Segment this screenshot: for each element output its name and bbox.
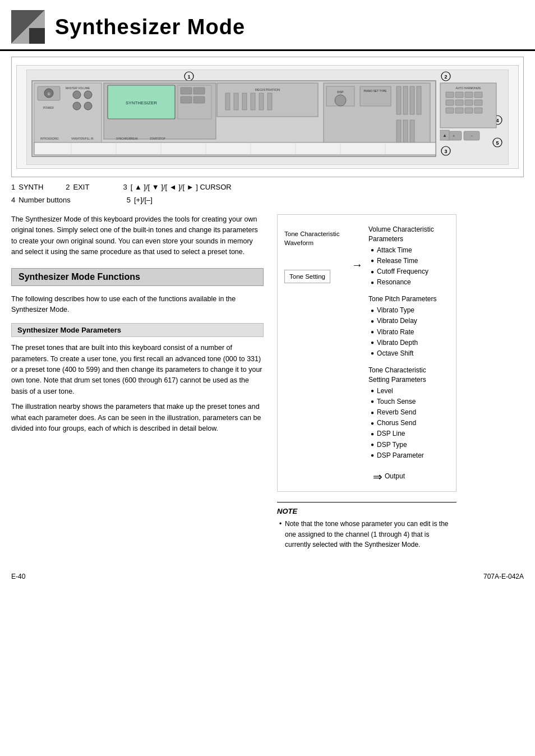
svg-rect-66 — [446, 92, 454, 98]
svg-text:INTRO/ENDING: INTRO/ENDING — [40, 137, 59, 140]
svg-rect-75 — [455, 108, 463, 113]
header-icon — [11, 10, 45, 44]
output-label: Output — [385, 471, 405, 482]
volume-title: Volume CharacteristicParameters — [368, 225, 449, 244]
note-section: NOTE Note that the tone whose parameter … — [277, 502, 456, 550]
section-title: Synthesizer Mode Functions — [11, 268, 264, 286]
intro-paragraph: The Synthesizer Mode of this keyboard pr… — [11, 214, 264, 258]
svg-text:AUTO HARMONIZE: AUTO HARMONIZE — [455, 86, 481, 90]
svg-rect-67 — [455, 92, 463, 98]
svg-point-16 — [73, 91, 81, 99]
svg-text:1: 1 — [187, 74, 190, 80]
svg-rect-44 — [396, 86, 401, 114]
left-column: The Synthesizer Mode of this keyboard pr… — [11, 214, 264, 550]
setting-bullet-7: DSP Parameter — [371, 450, 449, 461]
document-code: 707A-E-042A — [483, 573, 524, 580]
svg-text:REGISTRATION: REGISTRATION — [255, 88, 280, 91]
flow-left-labels: Tone Characteristic Waveform Tone Settin… — [284, 225, 346, 283]
legend-num-5: 5 — [127, 196, 131, 204]
svg-text:PIANO SET TYPE: PIANO SET TYPE — [364, 89, 388, 93]
svg-rect-26 — [181, 87, 192, 94]
svg-rect-46 — [410, 86, 414, 114]
svg-text:−: − — [471, 134, 473, 138]
pitch-bullet-4: Vibrato Depth — [371, 338, 449, 348]
output-arrow-icon: ⇒ — [373, 468, 382, 486]
svg-rect-29 — [193, 96, 205, 103]
subsection-header: Synthesizer Mode Parameters — [11, 323, 264, 337]
legend-row-2: 4 Number buttons 5 [+]/[–] — [11, 196, 524, 204]
legend-label-1: SYNTH — [19, 183, 43, 191]
legend-num-3: 3 — [123, 183, 127, 191]
legend-label-2: EXIT — [73, 183, 90, 191]
svg-text:POWER: POWER — [43, 106, 54, 109]
svg-text:①: ① — [47, 92, 50, 96]
svg-text:▲: ▲ — [442, 133, 447, 138]
svg-text:START/STOP: START/STOP — [150, 137, 165, 140]
note-title: NOTE — [277, 507, 456, 515]
output-row: ⇒ Output — [368, 468, 449, 486]
volume-bullets: Attack Time Release Time Cutoff Frequenc… — [371, 245, 449, 288]
svg-rect-72 — [465, 100, 473, 105]
svg-rect-32 — [225, 93, 230, 110]
legend-label-5: [+]/[–] — [134, 196, 153, 204]
legend-label-3: [ ▲ ]/[ ▼ ]/[ ◄ ]/[ ► ] CURSOR — [131, 183, 232, 191]
svg-rect-48 — [396, 120, 401, 145]
svg-rect-51 — [34, 142, 436, 155]
setting-bullet-3: Reverb Send — [371, 407, 449, 418]
note-text: Note that the tone whose parameter you c… — [277, 519, 456, 550]
setting-bullet-2: Touch Sense — [371, 397, 449, 407]
svg-rect-47 — [417, 86, 421, 114]
flow-arrow: → — [352, 225, 363, 274]
svg-point-17 — [84, 91, 92, 99]
setting-bullet-4: Chorus Send — [371, 418, 449, 428]
svg-point-18 — [73, 102, 81, 110]
page-header: Synthesizer Mode — [0, 0, 535, 51]
svg-rect-73 — [474, 100, 482, 105]
pitch-section: Tone Pitch Parameters Vibrato Type Vibra… — [368, 294, 449, 359]
svg-rect-71 — [455, 100, 463, 105]
waveform-label: Tone Characteristic Waveform — [284, 229, 346, 247]
tone-setting-wrapper: Tone Setting — [284, 268, 346, 283]
svg-text:DSP: DSP — [337, 90, 344, 94]
legend-item-2: 2 EXIT — [66, 183, 89, 191]
svg-text:3: 3 — [444, 149, 447, 154]
svg-rect-35 — [251, 93, 255, 110]
right-column: Tone Characteristic Waveform Tone Settin… — [277, 214, 456, 550]
legend-num-1: 1 — [11, 183, 15, 191]
svg-rect-37 — [268, 93, 272, 110]
body-text-1: The preset tones that are built into thi… — [11, 343, 264, 397]
svg-rect-69 — [474, 92, 482, 98]
svg-rect-27 — [181, 96, 192, 103]
legend: 1 SYNTH 2 EXIT 3 [ ▲ ]/[ ▼ ]/[ ◄ ]/[ ► ]… — [11, 183, 524, 191]
main-content: The Synthesizer Mode of this keyboard pr… — [0, 214, 535, 550]
svg-rect-36 — [259, 93, 264, 110]
setting-section: Tone CharacteristicSetting Parameters Le… — [368, 366, 449, 461]
keyboard-svg: 1 2 3 4 5 ① — [26, 70, 509, 165]
legend-item-4: 4 Number buttons — [11, 196, 71, 204]
svg-text:SYNCHRO/BREAK: SYNCHRO/BREAK — [116, 137, 138, 140]
svg-rect-76 — [465, 108, 473, 113]
diagram-box: Tone Characteristic Waveform Tone Settin… — [277, 214, 456, 492]
setting-title: Tone CharacteristicSetting Parameters — [368, 366, 449, 385]
volume-bullet-3: Cutoff Frequency — [371, 266, 449, 277]
setting-bullet-5: DSP Line — [371, 428, 449, 439]
section-title-text: Synthesizer Mode Functions — [19, 272, 140, 282]
pitch-bullet-5: Octave Shift — [371, 348, 449, 359]
svg-text:5: 5 — [496, 140, 499, 146]
svg-text:+: + — [453, 134, 455, 138]
page-title: Synthesizer Mode — [55, 15, 245, 39]
setting-bullets: Level Touch Sense Reverb Send Chorus Sen… — [371, 386, 449, 461]
svg-point-41 — [335, 95, 346, 106]
svg-rect-74 — [446, 108, 454, 113]
footer: E-40 707A-E-042A — [0, 567, 535, 586]
subsection-header-text: Synthesizer Mode Parameters — [17, 326, 121, 334]
pitch-title: Tone Pitch Parameters — [368, 294, 449, 304]
keyboard-image: 1 2 3 4 5 ① — [16, 65, 519, 169]
svg-rect-34 — [242, 93, 247, 110]
legend-label-4: Number buttons — [19, 196, 71, 204]
setting-bullet-1: Level — [371, 386, 449, 397]
svg-text:MASTER VOLUME: MASTER VOLUME — [66, 86, 90, 90]
svg-rect-49 — [403, 120, 408, 145]
pitch-bullets: Vibrato Type Vibrato Delay Vibrato Rate … — [371, 305, 449, 359]
volume-bullet-4: Resonance — [371, 277, 449, 288]
